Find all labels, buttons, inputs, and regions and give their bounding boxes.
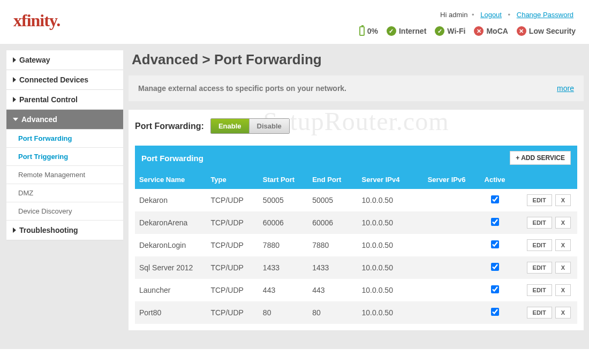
delete-button[interactable]: X (555, 284, 571, 296)
cell-end-port: 80 (308, 301, 357, 324)
cell-service-name: Sql Server 2012 (135, 256, 206, 279)
cell-active (478, 234, 511, 256)
sidebar-item-parental-control[interactable]: Parental Control (6, 90, 123, 110)
cell-type: TCP/UDP (206, 234, 258, 256)
caret-right-icon (13, 57, 16, 63)
active-checkbox[interactable] (491, 263, 499, 271)
cell-end-port: 60006 (308, 211, 357, 234)
edit-button[interactable]: EDIT (527, 284, 552, 296)
table-row: DekaronLoginTCP/UDP7880788010.0.0.50EDIT… (135, 234, 577, 256)
col-actions (511, 170, 577, 189)
cell-type: TCP/UDP (206, 279, 258, 301)
panel: SetupRouter.com Port Forwarding: Enable … (129, 110, 584, 330)
edit-button[interactable]: EDIT (527, 239, 552, 251)
cell-server-ipv4: 10.0.0.50 (358, 279, 424, 301)
port-forwarding-toggle-label: Port Forwarding: (135, 122, 204, 131)
cell-server-ipv4: 10.0.0.50 (358, 211, 424, 234)
sidebar-subitem-port-forwarding[interactable]: Port Forwarding (6, 130, 123, 148)
cell-start-port: 1433 (259, 256, 308, 279)
cell-end-port: 50005 (308, 189, 357, 211)
main: Gateway Connected Devices Parental Contr… (0, 44, 589, 349)
enable-button[interactable]: Enable (211, 119, 249, 133)
cell-server-ipv6 (424, 234, 479, 256)
cell-server-ipv4: 10.0.0.50 (358, 234, 424, 256)
logout-link[interactable]: Logout (480, 11, 502, 19)
edit-button[interactable]: EDIT (527, 194, 552, 206)
cell-active (478, 189, 511, 211)
sidebar-item-connected-devices[interactable]: Connected Devices (6, 70, 123, 90)
delete-button[interactable]: X (555, 194, 571, 206)
sidebar-item-gateway[interactable]: Gateway (6, 50, 123, 70)
table: Service Name Type Start Port End Port Se… (135, 170, 577, 324)
status-label: Internet (399, 27, 426, 35)
cell-active (478, 256, 511, 279)
cell-actions: EDITX (511, 211, 577, 234)
cell-service-name: Dekaron (135, 189, 206, 211)
status-label: Low Security (529, 27, 576, 35)
active-checkbox[interactable] (491, 195, 499, 203)
cell-start-port: 443 (259, 279, 308, 301)
sidebar-item-label: Advanced (21, 115, 57, 124)
description-bar: Manage external access to specific ports… (129, 75, 584, 101)
separator: • (472, 11, 474, 19)
logo-text: xfinity (13, 11, 56, 30)
sidebar: Gateway Connected Devices Parental Contr… (6, 50, 123, 240)
active-checkbox[interactable] (491, 218, 499, 226)
sidebar-item-label: Connected Devices (19, 75, 88, 84)
col-end-port: End Port (308, 170, 357, 189)
status-label: Wi-Fi (447, 27, 465, 35)
active-checkbox[interactable] (491, 308, 499, 316)
active-checkbox[interactable] (491, 285, 499, 293)
cell-active (478, 301, 511, 324)
status-wifi: ✓ Wi-Fi (435, 26, 465, 36)
edit-button[interactable]: EDIT (527, 307, 552, 318)
cell-active (478, 279, 511, 301)
col-server-ipv6: Server IPv6 (424, 170, 479, 189)
cell-server-ipv4: 10.0.0.50 (358, 301, 424, 324)
cell-service-name: Launcher (135, 279, 206, 301)
description-text: Manage external access to specific ports… (138, 84, 346, 93)
more-link[interactable]: more (557, 84, 574, 93)
col-active: Active (478, 170, 511, 189)
header-right: Hi admin • Logout • Change Password 0% ✓… (359, 11, 576, 36)
sidebar-item-label: Gateway (19, 56, 50, 64)
caret-down-icon (13, 118, 18, 121)
disable-button[interactable]: Disable (249, 119, 289, 133)
edit-button[interactable]: EDIT (527, 217, 552, 229)
x-icon: ✕ (474, 26, 484, 36)
sidebar-item-advanced[interactable]: Advanced (6, 110, 123, 130)
cell-server-ipv4: 10.0.0.50 (358, 189, 424, 211)
delete-button[interactable]: X (555, 217, 571, 229)
toggle-row: Port Forwarding: Enable Disable (135, 118, 577, 134)
sidebar-subitem-device-discovery[interactable]: Device Discovery (6, 202, 123, 221)
sidebar-item-troubleshooting[interactable]: Troubleshooting (6, 221, 123, 240)
delete-button[interactable]: X (555, 239, 571, 251)
cell-active (478, 211, 511, 234)
cell-actions: EDITX (511, 279, 577, 301)
delete-button[interactable]: X (555, 262, 571, 274)
cell-server-ipv6 (424, 211, 479, 234)
table-title: Port Forwarding (141, 154, 203, 163)
sidebar-subitem-dmz[interactable]: DMZ (6, 184, 123, 202)
add-service-button[interactable]: + ADD SERVICE (510, 151, 571, 165)
caret-right-icon (13, 228, 16, 233)
delete-button[interactable]: X (555, 307, 571, 318)
check-icon: ✓ (435, 26, 444, 36)
edit-button[interactable]: EDIT (527, 262, 552, 274)
sidebar-subitem-port-triggering[interactable]: Port Triggering (6, 148, 123, 166)
cell-server-ipv6 (424, 279, 479, 301)
content: Advanced > Port Forwarding Manage extern… (129, 50, 584, 330)
sidebar-item-label: Troubleshooting (19, 226, 78, 234)
table-row: DekaronTCP/UDP500055000510.0.0.50EDITX (135, 189, 577, 211)
active-checkbox[interactable] (491, 240, 499, 248)
sidebar-item-label: Parental Control (19, 95, 78, 104)
check-icon: ✓ (387, 26, 396, 36)
sidebar-subitem-remote-management[interactable]: Remote Management (6, 166, 123, 184)
table-row: Sql Server 2012TCP/UDP1433143310.0.0.50E… (135, 256, 577, 279)
status-label: MoCA (486, 27, 508, 35)
change-password-link[interactable]: Change Password (517, 11, 573, 19)
x-icon: ✕ (517, 26, 526, 36)
table-row: DekaronArenaTCP/UDP600066000610.0.0.50ED… (135, 211, 577, 234)
battery-status: 0% (359, 26, 378, 36)
table-row: Port80TCP/UDP808010.0.0.50EDITX (135, 301, 577, 324)
